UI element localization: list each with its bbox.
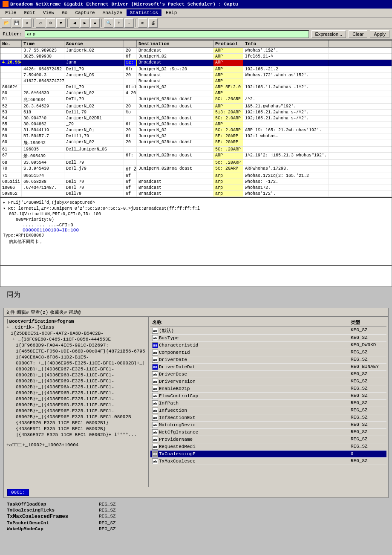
registry-value-row[interactable]: abDriverVersion KEG_SZ <box>150 378 386 385</box>
registry-value-row[interactable]: abInfSectionExt REG_SZ <box>150 414 386 422</box>
registry-value-row[interactable]: abInfSection REG_SZ <box>150 407 386 414</box>
tree-item[interactable]: 1{49CE6AC8-6F86-11D2-B1E5- <box>6 354 146 360</box>
menu-view[interactable]: View <box>40 9 58 16</box>
table-row[interactable]: 71 99551574 6f arp whohas.172Iq(2: 165.'… <box>0 173 392 179</box>
table-row[interactable]: 67 景.095439 6f: JuniperN_02Broa dcast AR… <box>0 153 392 160</box>
tree-item[interactable]: 08002B}+_|{4D36E967-E325-11CE-BFC1- <box>6 366 146 372</box>
toolbar-search[interactable]: 🔍 <box>104 18 113 28</box>
tree-item[interactable]: 08002B}+_|{4D36E96A-E325-11CE-BFC1- <box>6 384 146 390</box>
table-row[interactable]: 54 30.9947^0 JuniperN_02DR1 JuniperN_028… <box>0 116 392 121</box>
registry-value-row[interactable]: 88DriverDateDat REG_BINAEY <box>150 364 386 371</box>
tree-item[interactable]: {4D36E970-E325-11CE-BFC1-08002B1} <box>6 420 146 426</box>
toolbar-up[interactable]: ▲ <box>90 18 100 28</box>
tree-item[interactable]: + _{36FC9E60-C465-11CF-8056-444553E <box>6 336 146 342</box>
toolbar-back[interactable]: ◀ <box>70 18 79 28</box>
tree-item[interactable]: 08002B}+_|{4D36E969-E325-11CE-BFC1- <box>6 378 146 384</box>
table-row[interactable]: 60 晟.195942 JuniperN_02 20 JuniperN_028r… <box>0 139 392 147</box>
registry-value-row[interactable]: abFlowControlCap REG_SZ <box>150 393 386 400</box>
blue-nav-btn[interactable]: 0001: <box>7 489 29 496</box>
tree-item[interactable]: |{4D36E972-E325-11CE-BFC1-08002b}+—l°°°°… <box>6 432 146 438</box>
tree-item-bottom[interactable]: +a□□二+_l0002+_l0003+l0004 <box>6 441 146 448</box>
registry-value-row[interactable]: abMatchingDevic REG_SZ <box>150 422 386 429</box>
menu-analyze[interactable]: Analyze <box>99 9 126 16</box>
registry-value-row[interactable]: abDriverDesc KEG_SZ <box>150 371 386 378</box>
menu-statistics[interactable]: Statistics <box>127 9 161 16</box>
tree-item[interactable]: + _Citrik-_}Class <box>6 324 146 330</box>
reg-ab-icon: ab <box>152 328 158 334</box>
table-row[interactable]: 58 31.5944f19 JuniperN_Oj 20 JuniperN_02… <box>0 127 392 133</box>
bottom-value-row: TxPacketDescCnt REG_SZ <box>7 520 385 526</box>
menu-go[interactable]: Go <box>58 9 71 16</box>
menu-help[interactable]: Help <box>162 9 180 16</box>
toolbar-open[interactable]: 📂 <box>2 18 11 28</box>
filter-input[interactable] <box>25 30 308 38</box>
tree-item[interactable]: 08002B}+_|{4D36E96F-E325-11CE-BFC1-08002… <box>6 414 146 420</box>
table-row[interactable]: 6053iii 60.658288 Del1_79 6f Broadcast a… <box>0 179 392 185</box>
registry-value-row[interactable]: abNetCfgInstance REG_SZ <box>150 429 386 436</box>
reg-menu-favorites[interactable]: 收藏夹# <box>50 309 67 315</box>
toolbar-save[interactable]: 💾 <box>12 18 21 28</box>
table-row[interactable]: 59 BI.59457.7 Dell11,79 6f JuniperN_02 5… <box>0 133 392 139</box>
reg-menu-view[interactable]: 查看(z) <box>31 309 49 315</box>
tree-item[interactable]: 1{3F966BD9-FA04-4EC5-991C-D32697: <box>6 342 146 348</box>
table-row[interactable]: 70 S.3.9^5430 DeTl_j79 6f 20 JuniperN_02… <box>0 166 392 173</box>
bottom-value-name: TxPacketDescCnt <box>7 520 92 526</box>
registry-value-row[interactable]: ab(默认) KEG_SZ <box>150 327 386 335</box>
table-row[interactable]: 50 28.6^64539 JuniperN_02 d 20 ARP <box>0 90 392 96</box>
tree-item[interactable]: 08002B}+_|{4D36E96C-E325-11CE-BFC1- <box>6 396 146 402</box>
tree-item[interactable]: 08002B}+_|{4D36E96E-E325-11CE-BFC1- <box>6 408 146 414</box>
toolbar-print[interactable]: 🖨 <box>148 18 158 28</box>
registry-value-row[interactable]: abEnableB021p REG_SZ <box>150 385 386 393</box>
toolbar-columns[interactable]: ⊞ <box>138 18 147 28</box>
table-row[interactable]: 3.7 S5.989823 JuniperN_02 20 Broadcast A… <box>0 48 392 54</box>
tree-item[interactable]: 08002B}+_|{4D36E968-E325-11CE-BFC1- <box>6 372 146 378</box>
reg-menu-file[interactable]: 文件 <box>6 309 15 315</box>
tree-item[interactable]: 08002B}+_|{4D36E96B-E325-11CE-BFC1- <box>6 390 146 396</box>
table-row[interactable]: 41627.8645374727< Broadcast ARP <box>0 78 392 84</box>
registry-value-row[interactable]: abBusType KEG_SZ <box>150 335 386 342</box>
table-row[interactable]: 3825.989930 6f JuniperN_02 ARP Ifel65.21… <box>0 54 392 60</box>
registry-value-row[interactable]: abRequestedMedi REG_SZ <box>150 443 386 451</box>
toolbar-zoom-out[interactable]: - <box>124 18 134 28</box>
table-row[interactable]: 10066 .67434711487. DeTl_79 6f Broadcast… <box>0 185 392 191</box>
toolbar-close[interactable]: ✕ <box>22 18 32 28</box>
tree-item[interactable]: 0080C7: +_|{4D36E965-E325-11CE-BFC1-0800… <box>6 360 146 366</box>
filter-expression-btn[interactable]: Expression... <box>311 30 346 38</box>
registry-value-row[interactable]: abDriverDate REG_SZ <box>150 356 386 364</box>
table-row[interactable]: 61 196035 Dell_JuniperN_OS 5C: .20ARP <box>0 147 392 153</box>
detail-line: 000=Priority:0) <box>2 217 390 223</box>
reg-ab-icon: ab <box>152 422 158 428</box>
tree-item[interactable]: 1{25DBCE51-6C8F-4AT2-8A6D-B54C2B- <box>6 330 146 336</box>
table-row[interactable]: 55 30.994862 _79 6f JuniperN_028roa dcas… <box>0 121 392 127</box>
table-row[interactable]: 86462^ Dell_79 6f:dC JuniperN_02 ARP 5E:… <box>0 84 392 90</box>
tree-item[interactable]: 08002B}+_|{4D36E96D-E325-11CE-BFC1- <box>6 402 146 408</box>
reg-menu-help[interactable]: 帮助@ <box>69 309 81 315</box>
table-row[interactable]: 68 33.095544 Dell_79 5c: .20ARP <box>0 160 392 166</box>
tree-item[interactable]: {4D36E9T1-E325-11CE-BFC1-08002B}- <box>6 426 146 432</box>
table-row[interactable]: 51 兆:664634 DeTl,79 JuniperN_028roa dcas… <box>0 96 392 104</box>
table-row[interactable]: 52 28.3.64529 JuniperN_02 20 JuniperN_02… <box>0 104 392 110</box>
table-row[interactable]: 53 618 Del11,79 %o 5i3: 20ARP 192:165.21… <box>0 110 392 116</box>
toolbar-filter[interactable]: ▼ <box>56 18 66 28</box>
registry-value-row[interactable]: abComponentId REG_SZ <box>150 349 386 356</box>
menu-file[interactable]: File <box>2 9 20 16</box>
menu-capture[interactable]: Capture <box>72 9 98 16</box>
toolbar-zoom-in[interactable]: + <box>114 18 124 28</box>
registry-value-row[interactable]: abProviderName REG_SZ <box>150 436 386 443</box>
table-row[interactable]: 4.26.964567 Junn 5c: 2 Broadcast ARP <box>0 60 392 66</box>
toolbar-reload[interactable]: ↺ <box>36 18 45 28</box>
toolbar-forward[interactable]: ▶ <box>80 18 89 28</box>
filter-clear-btn[interactable]: Clear <box>349 30 367 38</box>
table-row[interactable]: 7.59400.3 JuniperN_OS 20 Broadcast ARP W… <box>0 72 392 78</box>
reg-menu-edit[interactable]: 编辑# <box>17 309 29 315</box>
registry-value-row[interactable]: abInfPath REG_SZ <box>150 400 386 407</box>
table-row[interactable]: 598052 Dell79 6f 8rnadcast arp whohas'17… <box>0 191 392 197</box>
registry-value-row[interactable]: 88Characteristid KEG_DW0KD <box>150 342 386 349</box>
filter-apply-btn[interactable]: Apply <box>370 30 389 38</box>
registry-value-row[interactable]: abTxMaxCoalesce REG_SZ <box>150 458 386 465</box>
tree-item[interactable]: 1{4658EETE-F050-UDI-868D-00c04F}{48721B5… <box>6 348 146 354</box>
registry-value-row-selected[interactable]: 88TxCoalescingF s <box>150 451 386 458</box>
toolbar-settings[interactable]: ⚙ <box>46 18 55 28</box>
table-row[interactable]: 4426: 964672452 Dell_79 6fr JuniperN_Q2 … <box>0 66 392 72</box>
menu-edit[interactable]: Edit <box>20 9 38 16</box>
